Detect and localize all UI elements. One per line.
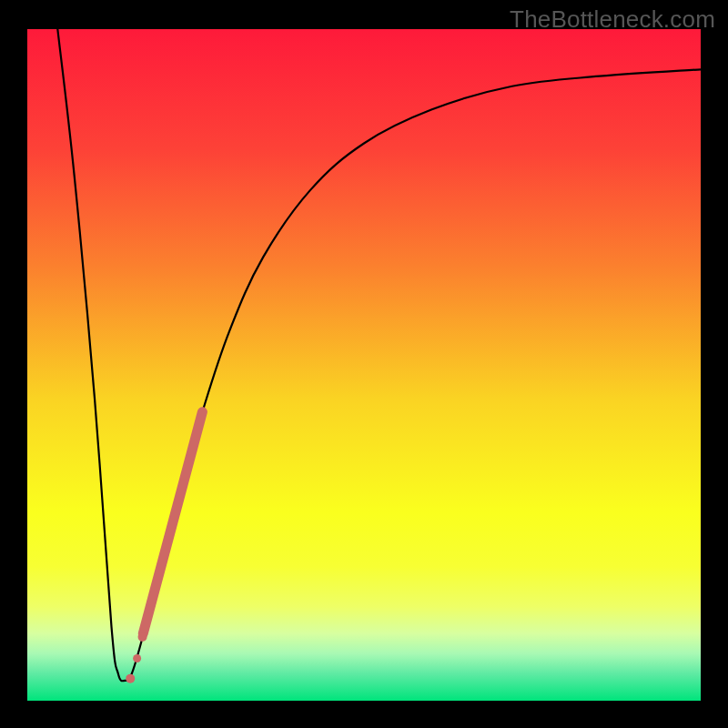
gradient-background [27,29,701,701]
watermark-text: TheBottleneck.com [510,5,715,34]
plot-svg [27,29,701,701]
chart-frame: TheBottleneck.com [0,0,728,728]
highlight-dot [138,632,147,642]
plot-area [27,29,701,701]
highlight-dot [126,674,135,683]
highlight-dot [133,654,141,662]
